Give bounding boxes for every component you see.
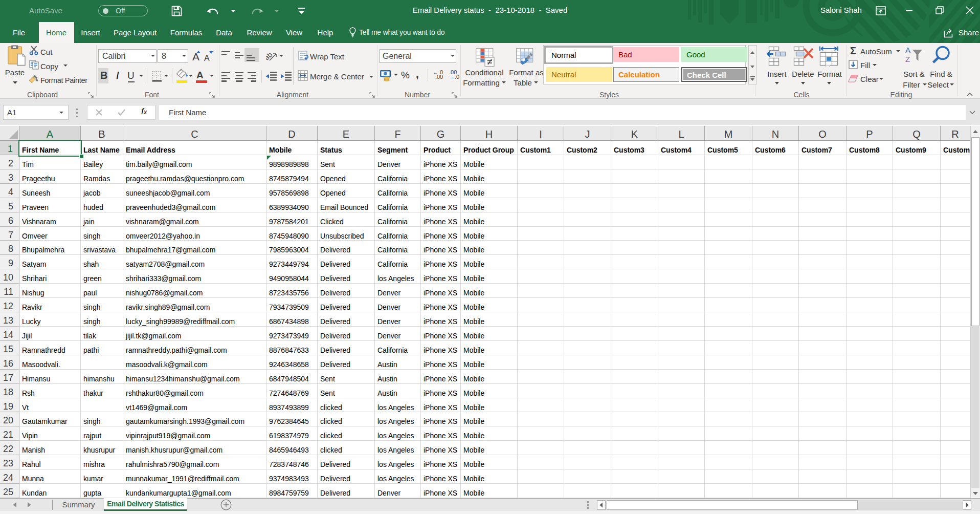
svg-text:Z: Z <box>905 55 910 63</box>
svg-text:A: A <box>905 46 910 54</box>
